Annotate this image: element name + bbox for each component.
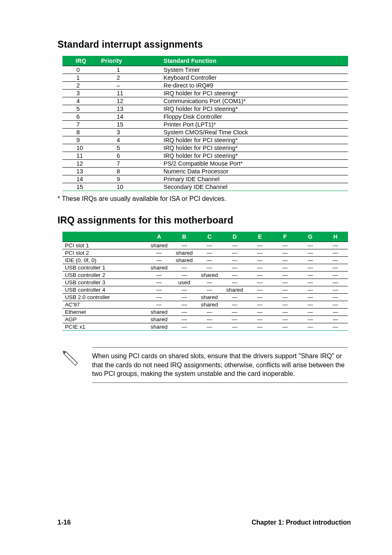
table-cell: — [323, 316, 348, 323]
table-header: G [297, 232, 323, 242]
table-cell: — [297, 301, 323, 309]
table-cell: shared [172, 249, 197, 257]
table-cell: — [272, 301, 297, 309]
table-cell: — [146, 301, 171, 309]
table-cell: — [297, 286, 323, 294]
table-cell: — [172, 323, 197, 331]
table-cell: Ethernet [62, 309, 146, 316]
table-header: H [323, 232, 348, 242]
table-cell: — [323, 279, 348, 286]
table-cell: — [222, 249, 247, 257]
table-cell: — [247, 272, 272, 279]
table-cell: — [272, 264, 297, 272]
table-cell: — [272, 242, 297, 249]
table-cell: 9 [62, 136, 99, 144]
table-row: PCIE x1shared——————— [62, 323, 348, 331]
table-cell: shared [146, 309, 171, 316]
table-cell: 2 [99, 74, 161, 82]
page-number: 1-16 [58, 519, 71, 526]
table-cell: IRQ holder for PCI steering* [161, 144, 348, 152]
table-cell: 7 [62, 121, 99, 129]
table-cell: USB controller 1 [62, 264, 146, 272]
table-cell: AC'97 [62, 301, 146, 309]
table-cell: Keyboard Controller [161, 74, 348, 82]
table-cell: — [222, 264, 247, 272]
table-cell: — [197, 242, 222, 249]
table-cell: — [222, 272, 247, 279]
table-cell: — [297, 272, 323, 279]
table-cell: IRQ holder for PCI steering* [161, 152, 348, 160]
table-row: 412Communications Port (COM1)* [62, 97, 348, 105]
table-cell: — [172, 264, 197, 272]
table-cell: IRQ holder for PCI steering* [161, 105, 348, 113]
table-cell: 5 [99, 144, 161, 152]
table-row: 105IRQ holder for PCI steering* [62, 144, 348, 152]
table-cell: — [172, 272, 197, 279]
table-cell: 11 [99, 90, 161, 97]
t1-header-function: Standard Function [161, 56, 348, 66]
table-cell: — [146, 294, 171, 301]
table-row: 2–Re-direct to IRQ#9 [62, 82, 348, 90]
table-cell: used [172, 279, 197, 286]
table-cell: — [272, 249, 297, 257]
table-cell: 13 [62, 168, 99, 175]
table-header: F [272, 232, 297, 242]
section1-footnote: * These IRQs are usually available for I… [58, 195, 351, 203]
table-cell: 6 [99, 152, 161, 160]
table-cell: USB 2.0 controller [62, 294, 146, 301]
table-cell: — [323, 257, 348, 264]
table-cell: — [297, 279, 323, 286]
table-cell: — [247, 249, 272, 257]
table-row: USB 2.0 controller——shared————— [62, 294, 348, 301]
table-cell: — [297, 323, 323, 331]
table-cell: — [272, 286, 297, 294]
table-cell: 13 [99, 105, 161, 113]
table-cell: Printer Port (LPT1)* [161, 121, 348, 129]
table-row: IDE (0, 0f, 0)—shared—————— [62, 257, 348, 264]
table-cell: Primary IDE Channel [161, 175, 348, 183]
table-cell: USB controller 2 [62, 272, 146, 279]
table-cell: — [247, 309, 272, 316]
table-header: D [222, 232, 247, 242]
table-cell: shared [197, 301, 222, 309]
table-row: PCI slot 1shared——————— [62, 242, 348, 249]
table-cell: — [172, 286, 197, 294]
table-cell: PCI slot 2 [62, 249, 146, 257]
table-cell: — [247, 316, 272, 323]
table-row: AC'97——shared————— [62, 301, 348, 309]
table-header [62, 232, 146, 242]
table-row: 83System CMOS/Real Time Clock [62, 129, 348, 136]
table-cell: 12 [62, 160, 99, 168]
table-cell: — [323, 294, 348, 301]
table-cell: shared [146, 242, 171, 249]
table-row: PCI slot 2—shared—————— [62, 249, 348, 257]
note-box: When using PCI cards on shared slots, en… [62, 347, 348, 383]
table-cell: 1 [62, 74, 99, 82]
table-row: 12Keyboard Controller [62, 74, 348, 82]
table-cell: 7 [99, 160, 161, 168]
table-cell: — [172, 301, 197, 309]
table-cell: — [272, 316, 297, 323]
table-cell: — [222, 309, 247, 316]
table-header: B [172, 232, 197, 242]
table-cell: AGP [62, 316, 146, 323]
table-cell: 0 [62, 66, 99, 74]
table-cell: — [146, 249, 171, 257]
table-cell: — [272, 279, 297, 286]
table-cell: — [222, 279, 247, 286]
table-header: E [247, 232, 272, 242]
table-cell: 3 [99, 129, 161, 136]
table-cell: — [323, 286, 348, 294]
table-cell: 4 [62, 97, 99, 105]
table-cell: 15 [62, 183, 99, 191]
table-cell: IDE (0, 0f, 0) [62, 257, 146, 264]
table-row: USB controller 2——shared————— [62, 272, 348, 279]
table-cell: — [323, 309, 348, 316]
table-cell: — [247, 264, 272, 272]
table-cell: — [297, 264, 323, 272]
standard-interrupt-table: IRQ Priority Standard Function 01System … [62, 56, 348, 191]
table-cell: — [197, 257, 222, 264]
table-row: AGPshared——————— [62, 316, 348, 323]
table-cell: 3 [62, 90, 99, 97]
table-cell: shared [172, 257, 197, 264]
